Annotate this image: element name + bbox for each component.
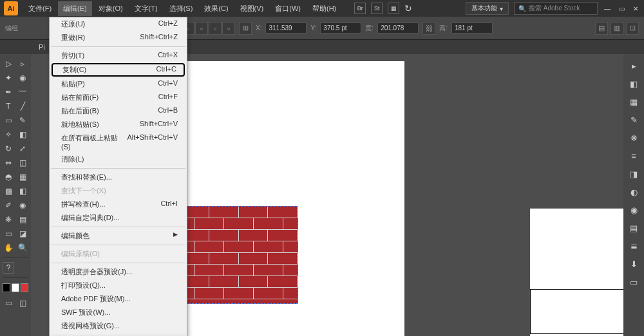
menu-item-adobe pdf 预设m[interactable]: Adobe PDF 预设(M)...: [50, 292, 187, 306]
menu-file[interactable]: 文件(F): [23, 1, 57, 16]
align-middle-icon[interactable]: ▫: [209, 22, 222, 35]
screen-mode-icon[interactable]: ◫: [15, 296, 30, 310]
bridge-icon[interactable]: Br: [354, 3, 366, 14]
lasso-tool-icon[interactable]: ◉: [15, 71, 30, 85]
menu-item-透明度拼合器预设j[interactable]: 透明度拼合器预设(J)...: [50, 265, 187, 279]
stock-icon[interactable]: St: [371, 3, 383, 14]
drawing-mode-icon[interactable]: ▭: [1, 296, 15, 310]
search-icon: 🔍: [518, 5, 526, 12]
symbols-panel-icon[interactable]: ❋: [627, 131, 640, 144]
menu-view[interactable]: 视图(V): [235, 1, 269, 16]
menu-item-编辑颜色[interactable]: 编辑颜色▶: [50, 229, 187, 243]
scale-tool-icon[interactable]: ⤢: [15, 142, 30, 156]
mesh-tool-icon[interactable]: ▩: [1, 184, 15, 198]
menu-item-透视网格预设g[interactable]: 透视网格预设(G)...: [50, 319, 187, 333]
w-input[interactable]: [377, 23, 419, 33]
swatches-panel-icon[interactable]: ▦: [627, 95, 640, 108]
workspace-switcher[interactable]: 基本功能▾: [466, 2, 509, 15]
menu-item-打印预设q[interactable]: 打印预设(Q)...: [50, 279, 187, 292]
rotate-tool-icon[interactable]: ↻: [1, 142, 15, 156]
menu-effect[interactable]: 效果(C): [199, 1, 233, 16]
zoom-tool-icon[interactable]: 🔍: [15, 241, 30, 255]
eraser-tool-icon[interactable]: ◧: [15, 127, 30, 142]
selected-brick-object[interactable]: [179, 206, 298, 304]
cb-extra2-icon[interactable]: ▥: [611, 22, 623, 35]
doc-tab[interactable]: Pi: [39, 43, 45, 51]
menu-item-查找和替换e[interactable]: 查找和替换(E)...: [50, 171, 187, 184]
shaper-tool-icon[interactable]: ✧: [1, 127, 15, 142]
menu-object[interactable]: 对象(O): [93, 1, 128, 16]
menu-item-粘贴p[interactable]: 粘贴(P)Ctrl+V: [50, 77, 187, 91]
menu-item-贴在后面b[interactable]: 贴在后面(B)Ctrl+B: [50, 104, 187, 118]
layers-panel-icon[interactable]: ≣: [627, 239, 640, 252]
type-tool-icon[interactable]: T: [1, 99, 15, 113]
color-panel-icon[interactable]: ◧: [627, 77, 640, 90]
perspective-tool-icon[interactable]: ▦: [15, 170, 30, 184]
slice-tool-icon[interactable]: ◪: [15, 227, 30, 241]
menu-help[interactable]: 帮助(H): [307, 1, 341, 16]
direct-selection-tool-icon[interactable]: ▹: [15, 57, 30, 71]
stroke-swatch[interactable]: [12, 283, 19, 292]
transparency-panel-icon[interactable]: ◐: [627, 185, 640, 198]
cb-extra1-icon[interactable]: ▤: [595, 22, 608, 35]
menu-item-剪切t[interactable]: 剪切(T)Ctrl+X: [50, 49, 187, 62]
search-box[interactable]: 🔍 搜索 Adobe Stock: [514, 2, 598, 15]
gradient-tool-icon[interactable]: ◧: [15, 184, 30, 198]
menu-item-清除l[interactable]: 清除(L): [50, 153, 187, 166]
none-swatch[interactable]: [21, 283, 28, 292]
cb-extra3-icon[interactable]: ⊡: [626, 22, 639, 35]
curvature-tool-icon[interactable]: 〰: [15, 85, 30, 99]
align-bottom-icon[interactable]: ▫: [222, 22, 235, 35]
graphic-styles-panel-icon[interactable]: ▤: [627, 221, 640, 234]
align-top-icon[interactable]: ▫: [195, 22, 208, 35]
stroke-panel-icon[interactable]: ≡: [627, 149, 640, 162]
graph-tool-icon[interactable]: ▤: [15, 212, 30, 227]
y-input[interactable]: [320, 23, 361, 33]
artboards-panel-icon[interactable]: ▭: [627, 275, 640, 288]
menu-item-就地粘贴s[interactable]: 就地粘贴(S)Shift+Ctrl+V: [50, 118, 187, 131]
h-input[interactable]: [451, 23, 493, 33]
gradient-panel-icon[interactable]: ◨: [627, 167, 640, 180]
pen-tool-icon[interactable]: ✒: [1, 85, 15, 99]
menu-item-贴在前面f[interactable]: 贴在前面(F)Ctrl+F: [50, 91, 187, 104]
link-wh-icon[interactable]: ⛓: [422, 22, 435, 35]
menu-item-还原u[interactable]: 还原(U)Ctrl+Z: [50, 17, 187, 31]
menu-item-swf 预设w[interactable]: SWF 预设(W)...: [50, 306, 187, 319]
rectangle-tool-icon[interactable]: ▭: [1, 113, 15, 127]
cloud-icon[interactable]: ↻: [404, 3, 412, 14]
menu-edit[interactable]: 编辑(E): [58, 1, 92, 16]
brushes-panel-icon[interactable]: ✎: [627, 113, 640, 126]
hand-tool-icon[interactable]: ✋: [1, 241, 15, 255]
selection-tool-icon[interactable]: ▷: [1, 57, 15, 71]
asset-export-panel-icon[interactable]: ⬇: [627, 257, 640, 270]
transform-icon[interactable]: ⊞: [239, 22, 252, 35]
window-close[interactable]: ✕: [631, 4, 640, 13]
panel-collapse-icon[interactable]: ▸: [627, 59, 640, 72]
window-minimize[interactable]: —: [603, 4, 612, 13]
free-transform-tool-icon[interactable]: ◫: [15, 156, 30, 170]
brush-tool-icon[interactable]: ✎: [15, 113, 30, 127]
magic-wand-tool-icon[interactable]: ✦: [1, 71, 15, 85]
help-icon[interactable]: ?: [3, 262, 14, 274]
menu-select[interactable]: 选择(S): [164, 1, 198, 16]
menu-item-重做r[interactable]: 重做(R)Shift+Ctrl+Z: [50, 31, 187, 44]
width-tool-icon[interactable]: ⇔: [1, 156, 15, 170]
menu-item-复制c[interactable]: 复制(C)Ctrl+C: [52, 63, 185, 77]
line-tool-icon[interactable]: ╱: [15, 99, 30, 113]
window-restore[interactable]: ▭: [617, 4, 626, 13]
eyedropper-tool-icon[interactable]: ✐: [1, 198, 15, 212]
symbol-sprayer-tool-icon[interactable]: ❋: [1, 212, 15, 227]
color-swatches[interactable]: [1, 283, 30, 292]
menu-window[interactable]: 窗口(W): [270, 1, 306, 16]
artboard-tool-icon[interactable]: ▭: [1, 227, 15, 241]
x-input[interactable]: [265, 23, 307, 33]
appearance-panel-icon[interactable]: ◉: [627, 203, 640, 216]
menu-item-在所有画板上粘贴s[interactable]: 在所有画板上粘贴(S)Alt+Shift+Ctrl+V: [50, 131, 187, 153]
menu-item-拼写检查h[interactable]: 拼写检查(H)...Ctrl+I: [50, 198, 187, 211]
shape-builder-tool-icon[interactable]: ◓: [1, 170, 15, 184]
menu-item-编辑自定词典d[interactable]: 编辑自定词典(D)...: [50, 211, 187, 225]
arrange-icon[interactable]: ▦: [388, 3, 399, 14]
menu-type[interactable]: 文字(T): [129, 1, 163, 16]
fill-swatch[interactable]: [3, 283, 10, 292]
blend-tool-icon[interactable]: ◉: [15, 198, 30, 212]
